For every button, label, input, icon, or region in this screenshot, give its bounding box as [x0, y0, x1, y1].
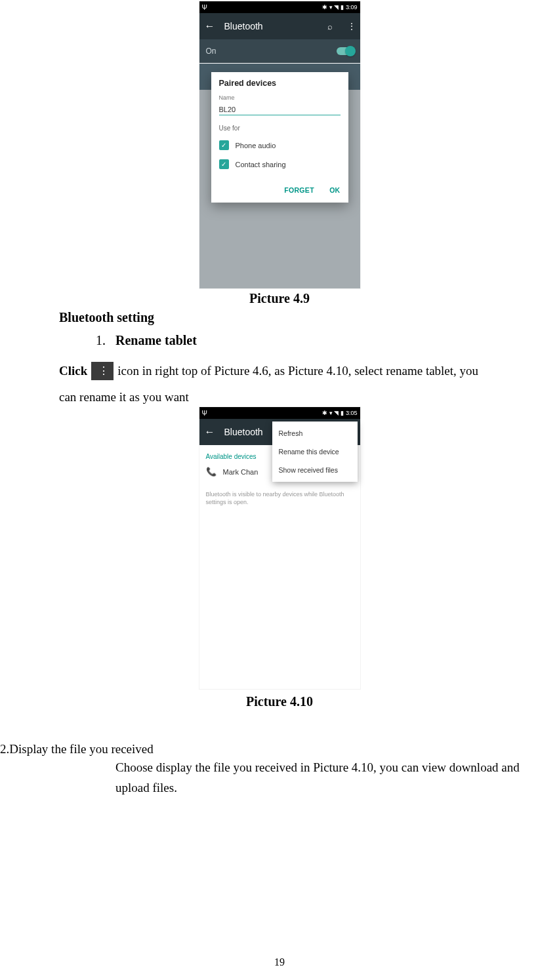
overflow-icon[interactable]: ⋮: [347, 21, 355, 31]
bluetooth-setting-heading: Bluetooth setting: [59, 310, 552, 325]
contact-sharing-label: Contact sharing: [236, 161, 286, 168]
status-bar: Ψ ✱ ▾ ◥ ▮ 3:05: [199, 407, 360, 419]
app-bar: ← Bluetooth ⌕ ⋮: [199, 13, 360, 39]
name-label: Name: [219, 94, 341, 101]
click-text-cont: can rename it as you want: [59, 390, 552, 404]
appbar-title: Bluetooth: [224, 21, 313, 31]
section-2-heading: 2.Display the file you received: [0, 742, 559, 756]
usb-icon: Ψ: [202, 410, 207, 417]
contact-sharing-row[interactable]: ✓ Contact sharing: [219, 155, 341, 174]
ok-button[interactable]: OK: [329, 186, 340, 194]
overflow-menu: Refresh Rename this device Show received…: [272, 421, 358, 482]
status-time: 3:05: [346, 410, 358, 416]
status-bar: Ψ ✱ ▾ ◥ ▮ 3:09: [199, 1, 360, 13]
forget-button[interactable]: FORGET: [284, 186, 314, 194]
usb-icon: Ψ: [202, 4, 207, 11]
click-label: Click: [59, 361, 87, 381]
menu-refresh[interactable]: Refresh: [272, 424, 358, 442]
rename-tablet-heading: Rename tablet: [115, 333, 197, 347]
figure-caption: Picture 4.10: [0, 694, 559, 709]
menu-show-received-files[interactable]: Show received files: [272, 461, 358, 479]
figure-caption: Picture 4.9: [0, 291, 559, 306]
device-name: Mark Chan: [223, 468, 259, 476]
checkbox-checked-icon[interactable]: ✓: [219, 140, 229, 150]
section-2-paragraph: Choose display the file you received in …: [0, 758, 559, 798]
status-time: 3:09: [346, 4, 358, 10]
phone-icon: 📞: [206, 467, 217, 477]
device-name-input[interactable]: [219, 104, 341, 115]
overflow-menu-icon: ⋮: [91, 362, 114, 380]
click-text: icon in right top of Picture 4.6, as Pic…: [117, 361, 478, 381]
menu-rename-device[interactable]: Rename this device: [272, 442, 358, 461]
figure-4-10: Ψ ✱ ▾ ◥ ▮ 3:05 ← Bluetooth On Available …: [199, 407, 360, 689]
list-number: 1.: [96, 333, 106, 347]
on-label: On: [206, 47, 217, 56]
visibility-hint: Bluetooth is visible to nearby devices w…: [199, 480, 360, 517]
checkbox-checked-icon[interactable]: ✓: [219, 159, 229, 169]
bluetooth-switch[interactable]: [337, 47, 354, 55]
page-number: 19: [0, 956, 559, 968]
paired-devices-dialog: Paired devices Name Use for ✓ Phone audi…: [211, 72, 348, 203]
bluetooth-on-row: On: [199, 39, 360, 63]
back-icon[interactable]: ←: [205, 20, 215, 32]
phone-audio-label: Phone audio: [236, 142, 276, 149]
phone-audio-row[interactable]: ✓ Phone audio: [219, 136, 341, 155]
back-icon[interactable]: ←: [205, 426, 215, 438]
use-for-label: Use for: [219, 125, 341, 132]
search-icon[interactable]: ⌕: [327, 22, 333, 31]
status-icons: ✱ ▾ ◥ ▮: [322, 410, 344, 416]
dialog-title: Paired devices: [219, 79, 341, 88]
status-icons: ✱ ▾ ◥ ▮: [322, 4, 344, 10]
figure-4-9: Ψ ✱ ▾ ◥ ▮ 3:09 ← Bluetooth ⌕ ⋮ On Paired…: [199, 1, 360, 288]
